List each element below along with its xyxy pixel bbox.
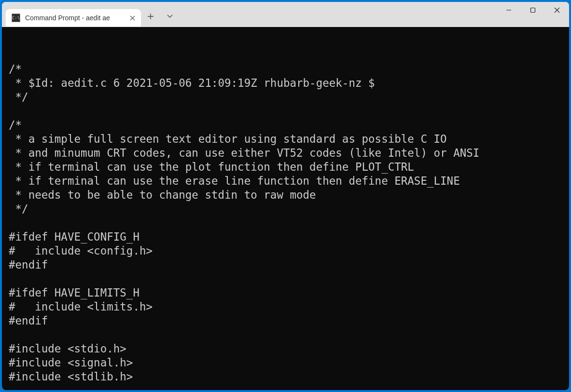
- minimize-icon: [506, 7, 512, 13]
- terminal-window: C:\ Command Prompt - aedit ae: [2, 2, 569, 390]
- terminal-area[interactable]: /* * $Id: aedit.c 6 2021-05-06 21:09:19Z…: [2, 27, 569, 390]
- window-controls: [497, 2, 569, 27]
- tab-active[interactable]: C:\ Command Prompt - aedit ae: [6, 9, 141, 27]
- close-icon: [554, 7, 560, 13]
- plus-icon: [148, 14, 153, 19]
- cmd-icon: C:\: [12, 14, 20, 22]
- window-close-button[interactable]: [545, 2, 569, 18]
- tab-dropdown-button[interactable]: [160, 8, 180, 25]
- titlebar: C:\ Command Prompt - aedit ae: [2, 2, 569, 27]
- maximize-icon: [530, 7, 536, 13]
- editor-content: /* * $Id: aedit.c 6 2021-05-06 21:09:19Z…: [9, 62, 569, 390]
- svg-rect-0: [531, 8, 535, 13]
- close-icon: [130, 15, 135, 21]
- maximize-button[interactable]: [521, 2, 545, 18]
- tab-title: Command Prompt - aedit ae: [25, 14, 123, 22]
- new-tab-button[interactable]: [141, 8, 160, 25]
- tab-close-button[interactable]: [127, 13, 137, 23]
- minimize-button[interactable]: [497, 2, 521, 18]
- chevron-down-icon: [167, 14, 173, 18]
